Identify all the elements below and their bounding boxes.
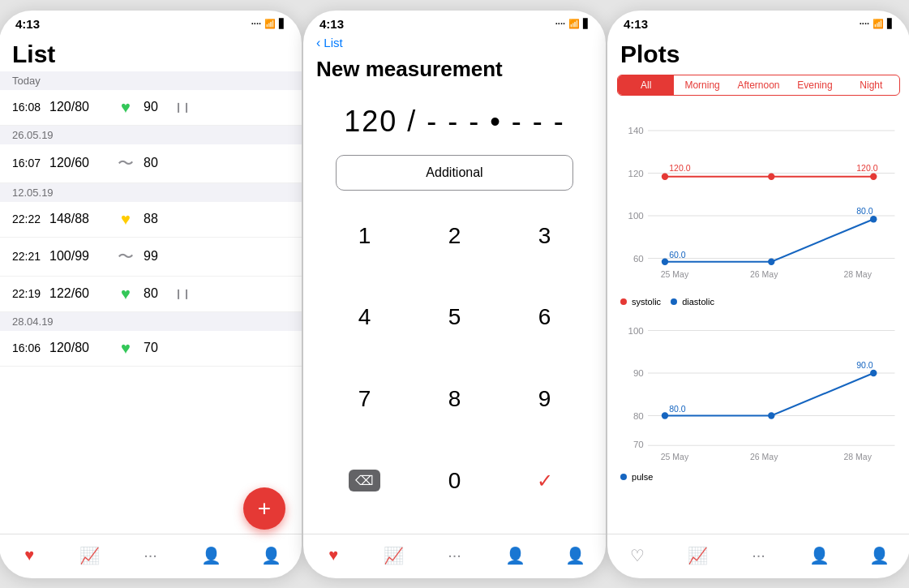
row-time: 22:19	[12, 287, 43, 300]
additional-button[interactable]: Additional	[336, 155, 573, 191]
nav-heart[interactable]: ♥	[315, 541, 351, 570]
heartrate-icon: 〜	[114, 246, 137, 268]
afib-icon: ❙❙	[174, 101, 187, 113]
key-delete[interactable]: ⌫	[319, 452, 409, 510]
nav-chart[interactable]: 📈	[376, 541, 412, 570]
svg-text:80.0: 80.0	[669, 404, 686, 414]
chart-nav-icon: 📈	[384, 546, 404, 565]
list-item[interactable]: 22:21 100/99 〜 99	[0, 238, 302, 277]
nav-person[interactable]: 👤	[862, 541, 898, 570]
row-bp: 120/80	[49, 341, 108, 355]
key-1[interactable]: 1	[319, 207, 409, 265]
pulse-chart-legend: pulse	[614, 470, 903, 488]
svg-text:120: 120	[628, 168, 644, 178]
dots-nav-icon: ···	[144, 546, 157, 564]
systolic-legend: systolic	[620, 297, 661, 307]
list-item[interactable]: 22:22 148/88 ♥ 88	[0, 202, 302, 238]
key-9[interactable]: 9	[500, 370, 590, 428]
list-item[interactable]: 16:06 120/80 ♥ 70	[0, 331, 302, 367]
seg-night[interactable]: Night	[843, 75, 899, 95]
svg-text:26 May: 26 May	[750, 452, 778, 461]
key-6[interactable]: 6	[500, 288, 590, 346]
svg-text:120.0: 120.0	[856, 163, 877, 173]
nav-person-add[interactable]: 👤	[193, 541, 229, 570]
add-measurement-button[interactable]: +	[243, 487, 285, 530]
diastolic-label: diastolic	[682, 297, 714, 307]
wifi-icon: 📶	[568, 19, 580, 29]
row-pulse: 80	[144, 286, 168, 301]
svg-text:100: 100	[628, 211, 644, 221]
nav-person-add[interactable]: 👤	[497, 541, 533, 570]
pulse-legend-dot	[620, 474, 627, 480]
nav-heart[interactable]: ♥	[11, 541, 47, 570]
chart-nav-icon: 📈	[688, 546, 708, 565]
seg-all[interactable]: All	[618, 75, 674, 95]
section-today: Today	[0, 71, 302, 90]
row-pulse: 80	[144, 156, 168, 170]
key-5[interactable]: 5	[409, 288, 500, 346]
seg-evening[interactable]: Evening	[787, 75, 843, 95]
plots-title: Plots	[607, 34, 909, 75]
status-icons: ···· 📶 ▋	[555, 19, 590, 29]
row-bp: 100/99	[49, 249, 108, 264]
row-pulse: 90	[144, 100, 168, 114]
nav-chart[interactable]: 📈	[72, 541, 108, 570]
svg-text:28 May: 28 May	[844, 268, 873, 278]
pulse-label: pulse	[632, 472, 653, 482]
list-content: List Today 16:08 120/80 ♥ 90 ❙❙ 26.05.19…	[0, 34, 302, 534]
heart-nav-icon: ♥	[24, 546, 34, 564]
seg-morning[interactable]: Morning	[674, 75, 730, 95]
svg-text:120.0: 120.0	[669, 163, 690, 173]
battery-icon: ▋	[583, 19, 590, 29]
bp-chart-legend: systolic diastolic	[614, 295, 903, 313]
heart-icon: ♥	[114, 285, 137, 303]
list-item[interactable]: 16:08 120/80 ♥ 90 ❙❙	[0, 90, 302, 126]
back-navigation[interactable]: ‹ List	[303, 34, 606, 54]
key-8[interactable]: 8	[409, 370, 500, 428]
nav-person[interactable]: 👤	[558, 541, 594, 570]
person-nav-icon: 👤	[261, 546, 281, 565]
key-7[interactable]: 7	[319, 370, 409, 428]
status-time: 4:13	[15, 17, 40, 31]
svg-text:100: 100	[628, 325, 644, 335]
nav-more[interactable]: ···	[436, 541, 472, 570]
pulse-chart-svg: 100 90 80 70 25 May 26 May 28 May 80.0 9…	[614, 313, 903, 467]
wifi-icon: 📶	[264, 19, 276, 29]
nav-heart[interactable]: ♡	[620, 541, 655, 570]
key-confirm[interactable]: ✓	[500, 452, 590, 510]
nav-more[interactable]: ···	[740, 541, 776, 570]
key-4[interactable]: 4	[319, 288, 409, 346]
svg-text:60.0: 60.0	[669, 250, 686, 260]
heart-icon: ♥	[114, 339, 137, 358]
svg-text:26 May: 26 May	[750, 268, 778, 278]
signal-icon: ····	[251, 19, 261, 28]
numpad: 1 2 3 4 5 6 7 8 9 ⌫ 0 ✓	[303, 207, 606, 534]
person-add-nav-icon: 👤	[505, 546, 525, 565]
nav-person[interactable]: 👤	[254, 541, 289, 570]
nav-more[interactable]: ···	[132, 541, 168, 570]
svg-point-17	[768, 258, 774, 264]
seg-afternoon[interactable]: Afternoon	[731, 75, 787, 95]
heart-nav-icon: ♥	[328, 546, 338, 564]
svg-point-16	[662, 258, 668, 264]
svg-text:60: 60	[633, 253, 644, 263]
diastolic-legend-dot	[671, 298, 677, 305]
nav-person-add[interactable]: 👤	[801, 541, 837, 570]
nav-chart[interactable]: 📈	[680, 541, 716, 570]
key-2[interactable]: 2	[409, 207, 500, 265]
afib-icon: ❙❙	[174, 288, 187, 299]
row-bp: 122/60	[49, 286, 108, 301]
back-label: List	[324, 36, 342, 49]
heart-yellow-icon: ♥	[114, 210, 137, 229]
signal-icon: ····	[860, 19, 869, 28]
status-time: 4:13	[624, 17, 648, 31]
bottom-nav-list: ♥ 📈 ··· 👤 👤	[0, 534, 302, 578]
status-bar-measure: 4:13 ···· 📶 ▋	[303, 11, 606, 34]
key-3[interactable]: 3	[500, 207, 590, 265]
row-time: 16:07	[12, 157, 43, 170]
bp-chart-svg: 140 120 100 60 25 May 26 May 28 May 120.…	[614, 105, 903, 292]
list-item[interactable]: 22:19 122/60 ♥ 80 ❙❙	[0, 277, 302, 312]
heart-nav-icon: ♡	[630, 546, 645, 565]
list-item[interactable]: 16:07 120/60 〜 80	[0, 144, 302, 183]
key-0[interactable]: 0	[409, 452, 500, 510]
